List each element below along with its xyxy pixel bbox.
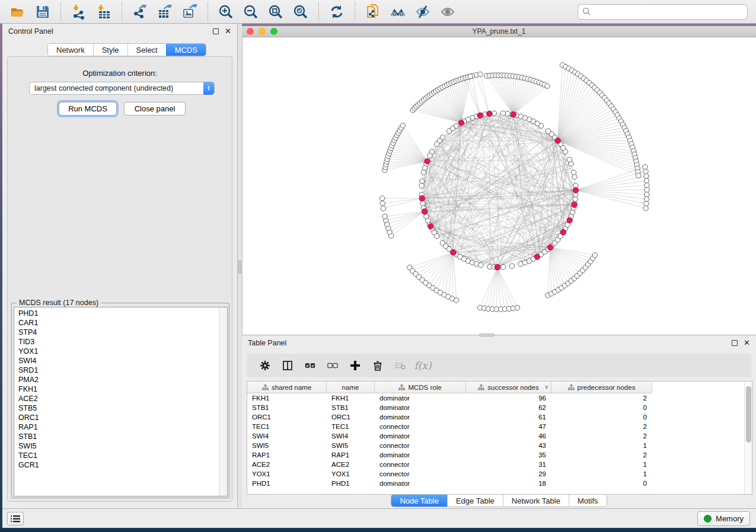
cell-predecessor-nodes[interactable]: 0 bbox=[551, 479, 652, 488]
graph-mcds-node[interactable] bbox=[422, 209, 427, 214]
cell-successor-nodes[interactable]: 35 bbox=[466, 450, 551, 460]
search-input[interactable] bbox=[591, 8, 743, 16]
cell-predecessor-nodes[interactable]: 0 bbox=[551, 403, 652, 412]
import-table-button[interactable] bbox=[91, 2, 116, 21]
graph-mcds-node[interactable] bbox=[495, 264, 500, 270]
open-file-button[interactable] bbox=[5, 2, 30, 21]
graph-node[interactable] bbox=[419, 183, 424, 188]
cell-name[interactable]: FKH1 bbox=[327, 393, 375, 403]
vertical-splitter[interactable] bbox=[238, 24, 242, 508]
graph-node[interactable] bbox=[435, 142, 439, 146]
network-graph[interactable] bbox=[243, 37, 756, 335]
cell-MCDS-role[interactable]: dominator bbox=[375, 431, 466, 441]
run-mcds-button[interactable]: Run MCDS bbox=[59, 102, 117, 116]
cell-successor-nodes[interactable]: 62 bbox=[466, 403, 551, 412]
graph-node[interactable] bbox=[479, 262, 483, 267]
graph-node[interactable] bbox=[421, 170, 426, 175]
mcds-result-item[interactable]: STB1 bbox=[14, 432, 218, 441]
cell-predecessor-nodes[interactable]: 2 bbox=[551, 431, 652, 441]
cell-shared-name[interactable]: RAP1 bbox=[247, 450, 327, 460]
add-column-button[interactable] bbox=[345, 357, 365, 374]
graph-node[interactable] bbox=[435, 233, 439, 238]
graph-mcds-node[interactable] bbox=[487, 111, 492, 116]
table-scrollbar[interactable] bbox=[744, 382, 752, 494]
graph-node[interactable] bbox=[645, 183, 649, 188]
mcds-result-item[interactable]: STP4 bbox=[14, 328, 218, 337]
mcds-result-item[interactable]: STB5 bbox=[14, 403, 218, 413]
table-row[interactable]: RAP1RAP1dominator352 bbox=[247, 450, 745, 460]
graph-node[interactable] bbox=[381, 206, 385, 211]
graph-node[interactable] bbox=[645, 187, 649, 192]
cell-MCDS-role[interactable]: connector bbox=[375, 422, 466, 431]
table-scrollbar-thumb[interactable] bbox=[746, 386, 751, 443]
close-panel-button[interactable]: Close panel bbox=[124, 102, 186, 116]
mcds-result-item[interactable]: TEC1 bbox=[14, 451, 218, 460]
mcds-result-list[interactable]: PHD1CAR1STP4TID3YOX1SWI4SRD1PMA2FKH1ACE2… bbox=[14, 307, 228, 496]
graph-node[interactable] bbox=[592, 252, 597, 257]
function-builder-button[interactable]: f(x) bbox=[413, 357, 433, 374]
graph-mcds-node[interactable] bbox=[555, 138, 560, 143]
graph-mcds-node[interactable] bbox=[419, 196, 425, 201]
mcds-result-item[interactable]: SWI4 bbox=[14, 356, 218, 366]
mcds-result-item[interactable]: SRD1 bbox=[14, 366, 218, 375]
cell-predecessor-nodes[interactable]: 2 bbox=[551, 450, 652, 460]
cell-shared-name[interactable]: STB1 bbox=[247, 403, 327, 412]
cell-MCDS-role[interactable]: dominator bbox=[375, 479, 466, 488]
graph-node[interactable] bbox=[500, 265, 505, 270]
table-row[interactable]: SWI4SWI4dominator462 bbox=[247, 431, 745, 441]
column-header-name[interactable]: name bbox=[327, 382, 375, 393]
graph-mcds-node[interactable] bbox=[428, 223, 433, 229]
graph-node[interactable] bbox=[545, 84, 550, 88]
close-panel-icon[interactable]: ✕ bbox=[225, 28, 231, 34]
zoom-fit-button[interactable] bbox=[263, 2, 288, 21]
cell-predecessor-nodes[interactable]: 0 bbox=[551, 412, 652, 422]
cell-successor-nodes[interactable]: 47 bbox=[466, 422, 551, 431]
mcds-result-item[interactable]: ACE2 bbox=[14, 394, 218, 403]
optimization-criterion-select[interactable]: largest connected component (undirected)… bbox=[29, 82, 215, 95]
column-header-predecessor-nodes[interactable]: predecessor nodes bbox=[551, 382, 652, 393]
delete-column-button[interactable] bbox=[368, 357, 388, 374]
mcds-result-item[interactable]: TID3 bbox=[14, 337, 218, 347]
graph-mcds-node[interactable] bbox=[573, 187, 578, 193]
cell-shared-name[interactable]: SWI5 bbox=[247, 441, 327, 450]
cell-shared-name[interactable]: YOX1 bbox=[247, 469, 327, 479]
cell-shared-name[interactable]: ORC1 bbox=[247, 412, 327, 422]
cell-successor-nodes[interactable]: 29 bbox=[466, 469, 551, 479]
graph-node[interactable] bbox=[478, 72, 483, 76]
export-image-button[interactable] bbox=[177, 2, 202, 21]
cell-MCDS-role[interactable]: connector bbox=[375, 469, 466, 479]
column-header-MCDS-role[interactable]: MCDS role bbox=[375, 382, 466, 393]
mcds-result-item[interactable]: SWI5 bbox=[14, 441, 218, 451]
cell-name[interactable]: ACE2 bbox=[327, 460, 375, 469]
graph-node[interactable] bbox=[546, 129, 550, 133]
graph-node[interactable] bbox=[382, 214, 387, 219]
delete-table-button[interactable] bbox=[390, 357, 410, 374]
mcds-result-item[interactable]: CAR1 bbox=[14, 318, 218, 328]
cell-shared-name[interactable]: SWI4 bbox=[247, 431, 327, 441]
save-session-button[interactable] bbox=[30, 2, 55, 21]
table-row[interactable]: FKH1FKH1dominator962 bbox=[247, 393, 745, 403]
cell-MCDS-role[interactable]: dominator bbox=[375, 450, 466, 460]
tab-select[interactable]: Select bbox=[127, 44, 166, 56]
graph-mcds-node[interactable] bbox=[547, 245, 553, 250]
graph-node[interactable] bbox=[643, 169, 648, 174]
cell-predecessor-nodes[interactable]: 2 bbox=[551, 393, 652, 403]
graph-node[interactable] bbox=[567, 157, 572, 162]
zoom-out-button[interactable] bbox=[238, 2, 263, 21]
graph-node[interactable] bbox=[644, 178, 649, 183]
graph-node[interactable] bbox=[645, 192, 649, 197]
hide-selected-button[interactable] bbox=[410, 2, 435, 21]
table-row[interactable]: TEC1TEC1connector472 bbox=[247, 422, 745, 431]
graph-mcds-node[interactable] bbox=[534, 254, 540, 259]
float-panel-icon[interactable] bbox=[213, 28, 219, 34]
mcds-result-item[interactable]: RAP1 bbox=[14, 422, 218, 432]
graph-node[interactable] bbox=[643, 206, 648, 210]
graph-mcds-node[interactable] bbox=[560, 229, 566, 235]
cell-name[interactable]: ORC1 bbox=[327, 412, 375, 422]
cell-name[interactable]: PHD1 bbox=[327, 479, 375, 488]
cell-name[interactable]: YOX1 bbox=[327, 469, 375, 479]
zoom-in-button[interactable] bbox=[213, 2, 238, 21]
cell-predecessor-nodes[interactable]: 2 bbox=[551, 422, 652, 431]
tab-mcds[interactable]: MCDS bbox=[166, 44, 206, 56]
mcds-result-item[interactable]: ORC1 bbox=[14, 413, 218, 422]
